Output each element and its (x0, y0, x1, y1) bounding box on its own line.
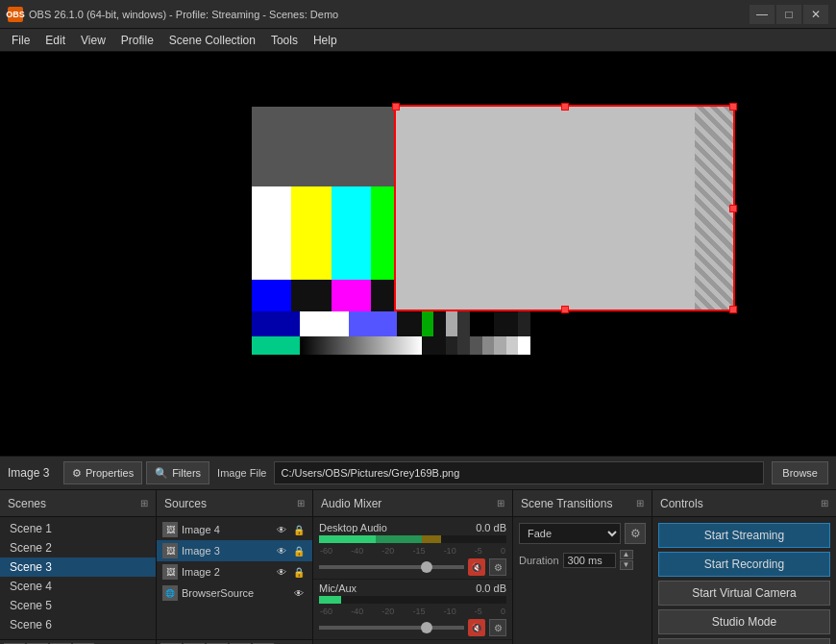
controls-lock-icon[interactable]: ⊞ (821, 498, 828, 508)
source-lock-image3[interactable]: 🔒 (291, 543, 307, 558)
audio-header-label: Audio Mixer (321, 497, 381, 510)
source-controls-browser: 👁 (291, 585, 307, 601)
source-lock-image2[interactable]: 🔒 (291, 564, 307, 580)
source-name-label: Image 3 (8, 466, 56, 480)
browse-button[interactable]: Browse (772, 461, 828, 484)
duration-spin: ▲ ▼ (620, 550, 633, 570)
menu-profile[interactable]: Profile (113, 32, 161, 49)
source-item-image4[interactable]: 🖼 Image 4 👁 🔒 (157, 519, 312, 540)
settings-button[interactable]: Settings (658, 638, 830, 644)
source-controls-image4: 👁 🔒 (274, 522, 307, 537)
transition-select-row: Fade Cut Swipe Slide Stinger Fade to Col… (513, 519, 652, 548)
audio-channel-mic: Mic/Aux 0.0 dB -60-40-20-15-10-50 (313, 580, 512, 640)
handle-tl[interactable] (392, 103, 400, 111)
scenes-lock-icon[interactable]: ⊞ (140, 498, 148, 508)
transition-select[interactable]: Fade Cut Swipe Slide Stinger Fade to Col… (519, 523, 621, 544)
image-file-label: Image File (217, 467, 266, 479)
menu-view[interactable]: View (73, 32, 113, 49)
scenes-header-label: Scenes (8, 497, 46, 510)
filters-label: Filters (172, 467, 201, 479)
scene-item-2[interactable]: Scene 2 (0, 538, 156, 557)
handle-tm[interactable] (561, 103, 569, 111)
controls-panel-header: Controls ⊞ (652, 490, 836, 517)
transitions-lock-icon[interactable]: ⊞ (636, 498, 644, 508)
start-recording-button[interactable]: Start Recording (658, 552, 830, 577)
handle-tr[interactable] (729, 103, 737, 111)
audio-gear-desktop[interactable]: ⚙ (489, 558, 506, 576)
sources-header-label: Sources (164, 497, 207, 510)
scene-item-6[interactable]: Scene 6 (0, 615, 156, 634)
controls-header-label: Controls (660, 497, 703, 510)
window-controls[interactable]: — □ ✕ (750, 5, 828, 24)
source-controls-image2: 👁 🔒 (274, 564, 307, 580)
controls-panel: Controls ⊞ Start Streaming Start Recordi… (652, 490, 836, 644)
audio-meter-bar-desktop (319, 535, 506, 543)
handle-bm[interactable] (561, 306, 569, 313)
audio-gear-mic[interactable]: ⚙ (489, 619, 506, 636)
controls-content: Start Streaming Start Recording Start Vi… (652, 517, 836, 644)
title-bar: OBS OBS 26.1.0 (64-bit, windows) - Profi… (0, 0, 836, 29)
grey-image-overlay[interactable] (394, 105, 735, 311)
filters-button[interactable]: 🔍 Filters (146, 461, 209, 484)
preview-black-bottom (252, 355, 530, 456)
duration-spin-down[interactable]: ▼ (620, 560, 633, 570)
audio-content: Desktop Audio 0.0 dB -60-40-20-15-10-50 (313, 517, 512, 644)
audio-label-mic: Mic/Aux (319, 582, 357, 594)
gear-icon: ⚙ (72, 467, 82, 480)
scene-item-4[interactable]: Scene 4 (0, 577, 156, 596)
source-icon-image2: 🖼 (162, 564, 178, 580)
source-item-browser[interactable]: 🌐 BrowserSource 👁 (157, 582, 312, 604)
properties-button[interactable]: ⚙ Properties (63, 461, 142, 484)
file-path-display: C:/Users/OBS/Pictures/Grey169B.png (274, 461, 764, 484)
menu-edit[interactable]: Edit (37, 32, 73, 49)
source-eye-image4[interactable]: 👁 (274, 522, 289, 537)
studio-mode-button[interactable]: Studio Mode (658, 609, 830, 634)
audio-slider-desktop[interactable] (319, 565, 464, 569)
source-item-image2[interactable]: 🖼 Image 2 👁 🔒 (157, 561, 312, 582)
transitions-panel: Scene Transitions ⊞ Fade Cut Swipe Slide… (513, 490, 652, 644)
infobar: Image 3 ⚙ Properties 🔍 Filters Image Fil… (0, 456, 836, 490)
source-lock-image4[interactable]: 🔒 (291, 522, 307, 537)
menu-scene-collection[interactable]: Scene Collection (161, 32, 263, 49)
bottom-panels: Scenes ⊞ Scene 1 Scene 2 Scene 3 Scene 4… (0, 490, 836, 644)
audio-slider-mic[interactable] (319, 626, 464, 630)
audio-controls-desktop: 🔇 ⚙ (319, 558, 506, 576)
scene-item-5[interactable]: Scene 5 (0, 596, 156, 615)
sources-lock-icon[interactable]: ⊞ (297, 498, 305, 508)
transition-gear-button[interactable]: ⚙ (625, 523, 646, 544)
handle-br[interactable] (729, 306, 737, 313)
close-button[interactable]: ✕ (803, 5, 828, 24)
source-eye-image2[interactable]: 👁 (274, 564, 289, 580)
scene-item-3[interactable]: Scene 3 (0, 557, 156, 577)
audio-meter-desktop (319, 535, 506, 543)
audio-mute-desktop[interactable]: 🔇 (468, 558, 485, 576)
duration-row: Duration ▲ ▼ (513, 548, 652, 572)
duration-label: Duration (519, 555, 559, 566)
source-eye-browser[interactable]: 👁 (291, 585, 307, 601)
scenes-panel-header: Scenes ⊞ (0, 490, 156, 517)
maximize-button[interactable]: □ (776, 5, 801, 24)
duration-spin-up[interactable]: ▲ (620, 550, 633, 559)
audio-db-desktop: 0.0 dB (476, 522, 506, 533)
menu-help[interactable]: Help (306, 32, 345, 49)
menu-tools[interactable]: Tools (263, 32, 306, 49)
audio-mute-mic[interactable]: 🔇 (468, 619, 485, 636)
sources-panel-header: Sources ⊞ (157, 490, 312, 517)
grey-overlay-hatch (695, 107, 733, 310)
source-icon-image3: 🖼 (162, 543, 178, 558)
source-eye-image3[interactable]: 👁 (274, 543, 289, 558)
duration-input[interactable] (563, 553, 616, 568)
start-virtual-camera-button[interactable]: Start Virtual Camera (658, 581, 830, 606)
handle-mr[interactable] (729, 205, 737, 212)
minimize-button[interactable]: — (750, 5, 775, 24)
source-controls-image3: 👁 🔒 (274, 543, 307, 558)
preview-area (0, 52, 836, 456)
audio-meter-mic (319, 596, 506, 604)
prop-filters-group: ⚙ Properties 🔍 Filters Image File (63, 461, 266, 484)
source-item-image3[interactable]: 🖼 Image 3 👁 🔒 (157, 540, 312, 561)
scene-item-1[interactable]: Scene 1 (0, 519, 156, 538)
app-icon: OBS (8, 7, 23, 22)
audio-lock-icon[interactable]: ⊞ (497, 498, 504, 508)
menu-file[interactable]: File (4, 32, 37, 49)
start-streaming-button[interactable]: Start Streaming (658, 523, 830, 548)
